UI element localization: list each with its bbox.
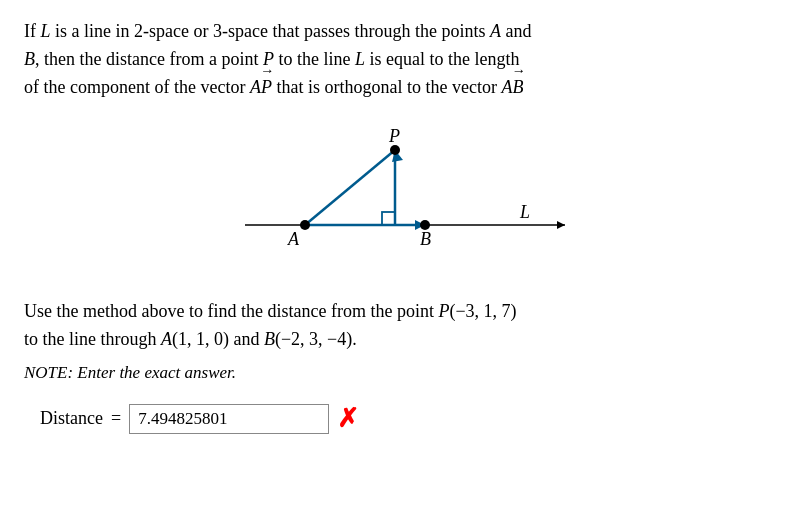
vector-AB: AB xyxy=(501,74,523,102)
note-text: NOTE: Enter the exact answer. xyxy=(24,363,765,383)
label-L: L xyxy=(519,202,530,222)
problem-text-2: to the line through A(1, 1, 0) and B(−2,… xyxy=(24,329,357,349)
problem-paragraph: Use the method above to find the distanc… xyxy=(24,298,765,354)
geometry-diagram: A B P L xyxy=(185,120,605,280)
theorem-paragraph: If L is a line in 2-space or 3-space tha… xyxy=(24,18,765,102)
point-P-label: P xyxy=(438,301,449,321)
theorem-text-1: If L is a line in 2-space or 3-space tha… xyxy=(24,21,531,41)
wrong-mark: ✗ xyxy=(337,403,359,434)
label-B: B xyxy=(420,229,431,249)
var-A1: A xyxy=(490,21,501,41)
point-A-dot xyxy=(300,220,310,230)
label-P: P xyxy=(388,126,400,146)
problem-text-1: Use the method above to find the distanc… xyxy=(24,301,517,321)
main-content: If L is a line in 2-space or 3-space tha… xyxy=(24,18,765,434)
var-L1: L xyxy=(41,21,51,41)
vector-AP: AP xyxy=(250,74,272,102)
point-B-label: B xyxy=(264,329,275,349)
point-P-dot xyxy=(390,145,400,155)
right-angle-marker xyxy=(382,212,395,225)
answer-row: Distance = ✗ xyxy=(40,403,765,434)
theorem-text-3: of the component of the vector AP that i… xyxy=(24,77,523,97)
distance-label: Distance xyxy=(40,408,103,429)
distance-input[interactable] xyxy=(129,404,329,434)
point-A-label: A xyxy=(161,329,172,349)
var-B1: B xyxy=(24,49,35,69)
equals-sign: = xyxy=(111,408,121,429)
diagram: A B P L xyxy=(24,120,765,280)
line-L-arrow xyxy=(557,221,565,229)
var-L2: L xyxy=(355,49,365,69)
label-A: A xyxy=(287,229,300,249)
